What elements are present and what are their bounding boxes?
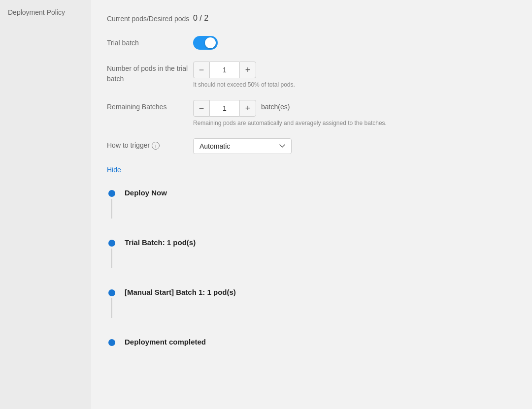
remaining-batches-stepper-row: − + batch(es) xyxy=(193,100,516,117)
trigger-info-icon[interactable]: i xyxy=(152,142,160,150)
timeline-item-2: Trial Batch: 1 pod(s) xyxy=(107,238,516,288)
page-container: Deployment Policy Current pods/Desired p… xyxy=(0,0,532,409)
main-content: Current pods/Desired pods 0 / 2 Trial ba… xyxy=(91,0,532,409)
trigger-label: How to triggeri xyxy=(107,138,193,151)
hide-link[interactable]: Hide xyxy=(107,166,121,174)
timeline: Deploy Now Trial Batch: 1 pod(s) [Manual… xyxy=(107,189,516,346)
timeline-item-1: Deploy Now xyxy=(107,189,516,238)
trigger-row: How to triggeri Automatic Manual xyxy=(107,138,516,154)
sidebar-title: Deployment Policy xyxy=(8,8,83,18)
timeline-left-4 xyxy=(107,338,117,346)
remaining-batches-input[interactable] xyxy=(210,100,239,117)
remaining-batches-decrement-button[interactable]: − xyxy=(193,100,210,117)
remaining-batches-stepper: − + xyxy=(193,100,256,117)
current-pods-row: Current pods/Desired pods 0 / 2 xyxy=(107,12,516,24)
remaining-batches-row: Remaining Batches − + batch(es) Remainin… xyxy=(107,100,516,126)
toggle-slider xyxy=(193,36,218,50)
timeline-dot-3 xyxy=(108,289,115,296)
timeline-label-4: Deployment completed xyxy=(125,338,206,346)
num-pods-hint: It should not exceed 50% of total pods. xyxy=(193,81,516,88)
trial-batch-row: Trial batch xyxy=(107,36,516,50)
timeline-label-1: Deploy Now xyxy=(125,189,167,197)
num-pods-stepper: − + xyxy=(193,62,516,78)
current-pods-value: 0 / 2 xyxy=(193,12,516,23)
timeline-label-2: Trial Batch: 1 pod(s) xyxy=(125,238,196,247)
timeline-dot-2 xyxy=(108,240,115,247)
num-pods-row: Number of pods in the trial batch − + It… xyxy=(107,62,516,88)
current-pods-label: Current pods/Desired pods xyxy=(107,12,193,24)
remaining-batches-label: Remaining Batches xyxy=(107,100,193,112)
timeline-item-4: Deployment completed xyxy=(107,338,516,346)
timeline-item-3: [Manual Start] Batch 1: 1 pod(s) xyxy=(107,288,516,338)
remaining-batches-increment-button[interactable]: + xyxy=(239,100,256,117)
num-pods-input[interactable] xyxy=(210,62,239,78)
timeline-line-2 xyxy=(111,249,112,268)
batches-unit: batch(es) xyxy=(261,100,290,111)
timeline-left-1 xyxy=(107,189,117,219)
timeline-line-3 xyxy=(111,298,112,318)
timeline-dot-4 xyxy=(108,339,115,346)
timeline-left-2 xyxy=(107,238,117,268)
num-pods-increment-button[interactable]: + xyxy=(239,62,256,78)
timeline-label-3: [Manual Start] Batch 1: 1 pod(s) xyxy=(125,288,236,296)
trigger-select[interactable]: Automatic Manual xyxy=(193,138,292,154)
trial-batch-label: Trial batch xyxy=(107,36,193,48)
timeline-dot-1 xyxy=(108,190,115,197)
num-pods-label: Number of pods in the trial batch xyxy=(107,62,193,84)
timeline-left-3 xyxy=(107,288,117,318)
sidebar: Deployment Policy xyxy=(0,0,91,409)
timeline-line-1 xyxy=(111,199,112,219)
remaining-batches-hint: Remaining pods are automatically and ave… xyxy=(193,120,516,126)
trial-batch-toggle[interactable] xyxy=(193,36,218,50)
num-pods-decrement-button[interactable]: − xyxy=(193,62,210,78)
